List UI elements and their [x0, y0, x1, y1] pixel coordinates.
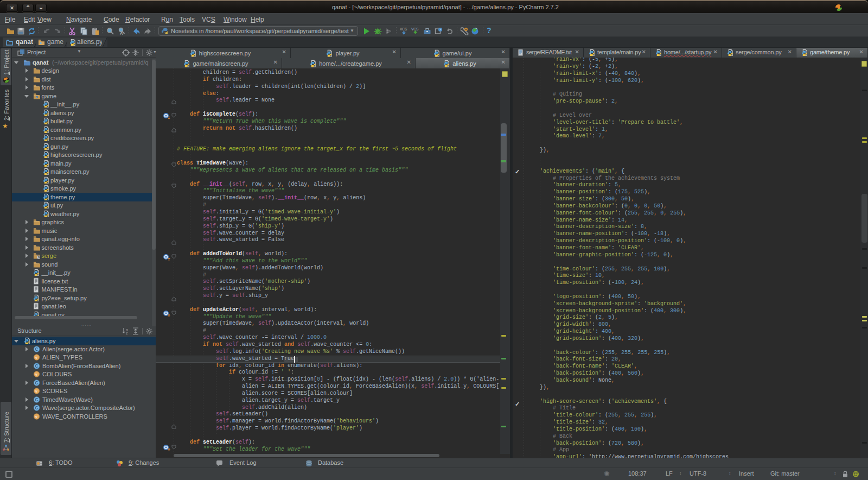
- svg-text:VCS: VCS: [411, 27, 419, 31]
- svg-text:A: A: [120, 31, 123, 35]
- svg-text:z: z: [126, 331, 128, 335]
- svg-text:VCS: VCS: [400, 27, 407, 31]
